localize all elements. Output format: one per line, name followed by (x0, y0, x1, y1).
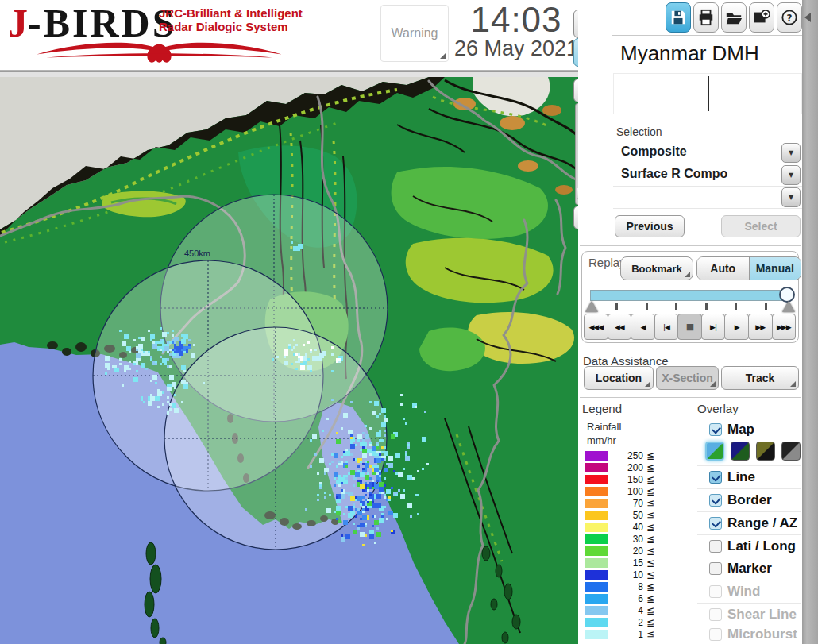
legend-entry: 100 ≦ (585, 485, 681, 497)
chevron-down-icon[interactable]: ▼ (781, 143, 801, 163)
legend-entry: 6 ≦ (585, 592, 681, 604)
play-reverse-button[interactable]: ◀ (631, 314, 655, 340)
legend-le-symbol: ≦ (646, 498, 654, 509)
rewind-button[interactable]: ◀◀ (608, 314, 632, 340)
legend-swatch (585, 606, 608, 615)
product-dropdown-1[interactable]: Surface R Compo ▼ (613, 164, 802, 187)
overlay-item-label: Lati / Long (727, 538, 796, 554)
legend-swatch (585, 451, 608, 461)
step-back-button[interactable]: |◀ (654, 314, 679, 340)
replay-slider-handle[interactable] (779, 287, 795, 303)
legend-value: 40 (612, 522, 643, 533)
overlay-separator (697, 603, 801, 604)
forward-button[interactable]: ▶▶ (748, 314, 773, 340)
legend-value: 10 (612, 569, 643, 580)
radar-map[interactable]: 450km (0, 77, 578, 644)
legend-unit-2: mm/hr (587, 434, 616, 446)
x-section-button[interactable]: X-Section (656, 366, 719, 390)
legend-unit-1: Rainfall (587, 421, 621, 433)
jbirds-app: J-BIRDS JRC-Brilliant & Intelligent Rada… (0, 0, 818, 644)
auto-manual-toggle: Auto Manual (696, 256, 801, 280)
legend-entry: 4 ≦ (585, 604, 681, 616)
legend-swatch (585, 534, 608, 544)
legend-le-symbol: ≦ (646, 486, 654, 497)
legend-swatch (585, 594, 608, 604)
legend-entry: 1 ≦ (585, 628, 681, 640)
overlay-separator (697, 534, 801, 535)
map-style-option-2[interactable] (731, 442, 750, 461)
save-icon (669, 9, 687, 26)
dropdown-value: Composite (621, 145, 687, 159)
legend-le-symbol: ≦ (646, 617, 654, 628)
stop-button[interactable]: ■ (677, 314, 702, 340)
help-button[interactable]: ? (777, 2, 802, 33)
print-button[interactable] (693, 2, 719, 33)
legend-swatch (585, 618, 608, 627)
select-button[interactable]: Select (721, 215, 801, 237)
replay-range-start-marker[interactable] (585, 301, 598, 312)
map-style-option-1[interactable] (705, 442, 724, 461)
legend-le-symbol: ≦ (646, 474, 654, 485)
rewind-fast-button[interactable]: ◀◀◀ (584, 314, 608, 340)
overlay-checkbox-map[interactable] (709, 423, 722, 436)
map-style-option-4[interactable] (781, 442, 801, 461)
overlay-checkbox-microburst (709, 628, 722, 641)
overlay-separator (697, 488, 801, 489)
chevron-down-icon[interactable]: ▼ (781, 187, 801, 207)
overlay-item-label: Range / AZ (727, 515, 797, 531)
save-button[interactable] (666, 2, 691, 33)
overlay-item-label: Wind (727, 584, 760, 600)
overlay-checkbox-lati-long[interactable] (709, 540, 722, 553)
overlay-separator (697, 465, 801, 466)
legend-value: 50 (612, 510, 643, 521)
location-button[interactable]: Location (584, 366, 654, 390)
product-dropdown-2[interactable]: ▼ (613, 187, 802, 209)
legend-le-symbol: ≦ (646, 581, 654, 592)
overlay-item-label: Map (727, 422, 754, 438)
overlay-checkbox-range-az[interactable] (709, 517, 722, 530)
map-style-option-3[interactable] (756, 442, 775, 461)
forward-fast-button[interactable]: ▶▶▶ (772, 314, 797, 340)
legend-swatch (585, 475, 608, 484)
overlay-separator (697, 580, 801, 580)
section-divider-1 (580, 245, 801, 246)
overlay-item-label: Microburst (727, 627, 797, 642)
track-button[interactable]: Track (721, 366, 799, 390)
dropdown-value: Surface R Compo (621, 167, 727, 181)
replay-slider-track[interactable] (590, 290, 792, 301)
legend-swatch (585, 463, 608, 472)
overlay-checkbox-border[interactable] (709, 494, 722, 507)
overlay-label: Overlay (697, 402, 739, 415)
overlay-checkbox-marker[interactable] (709, 562, 722, 575)
previous-button[interactable]: Previous (615, 215, 685, 237)
legend-swatch (585, 630, 608, 639)
collapse-panel-icon[interactable] (804, 13, 811, 22)
bookmark-button[interactable]: Bookmark (620, 256, 693, 280)
chevron-down-icon[interactable]: ▼ (781, 165, 801, 185)
legend-entry: 70 ≦ (585, 497, 681, 509)
help-icon: ? (781, 9, 798, 26)
legend-entry: 150 ≦ (585, 473, 681, 485)
manual-button[interactable]: Manual (749, 257, 801, 280)
add-image-button[interactable] (749, 2, 774, 33)
panel-edge-strip[interactable] (802, 0, 818, 644)
play-button[interactable]: ▶ (724, 314, 749, 340)
overlay-item-label: Marker (727, 561, 772, 577)
add-image-icon (753, 9, 770, 26)
open-folder-button[interactable] (721, 2, 747, 33)
legend-entry: 30 ≦ (585, 533, 681, 545)
legend-swatch (585, 582, 608, 592)
legend-le-symbol: ≦ (646, 450, 654, 461)
overlay-separator (697, 438, 801, 438)
product-dropdown-0[interactable]: Composite ▼ (613, 142, 802, 164)
legend-le-symbol: ≦ (646, 534, 654, 545)
auto-button[interactable]: Auto (697, 257, 749, 280)
replay-range-end-marker[interactable] (782, 301, 795, 312)
folder-icon (725, 9, 743, 26)
legend-value: 100 (612, 486, 643, 497)
overlay-checkbox-line[interactable] (709, 471, 722, 484)
selection-label: Selection (616, 125, 662, 138)
step-forward-button[interactable]: ▶| (701, 314, 726, 340)
legend-value: 200 (612, 462, 643, 473)
legend-value: 250 (612, 450, 643, 461)
